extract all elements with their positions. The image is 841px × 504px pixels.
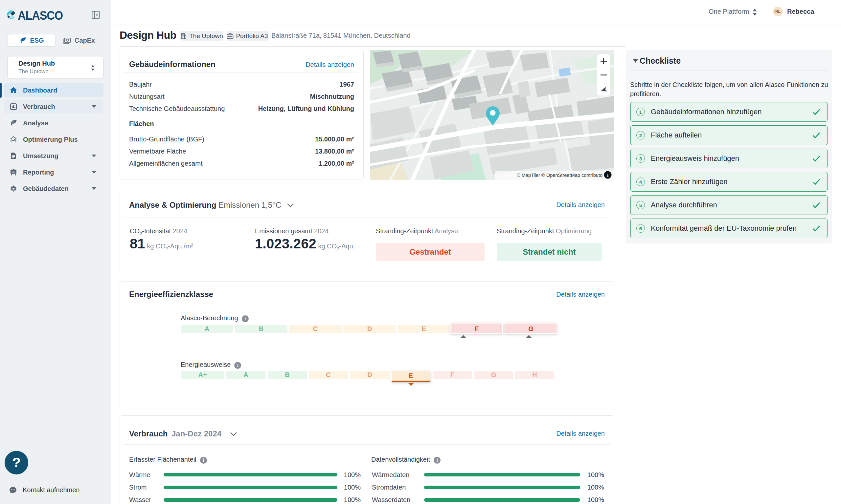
svg-text:i: i	[607, 173, 608, 178]
svg-text:© MapTiler © OpenStreetMap con: © MapTiler © OpenStreetMap contributo	[517, 173, 602, 178]
